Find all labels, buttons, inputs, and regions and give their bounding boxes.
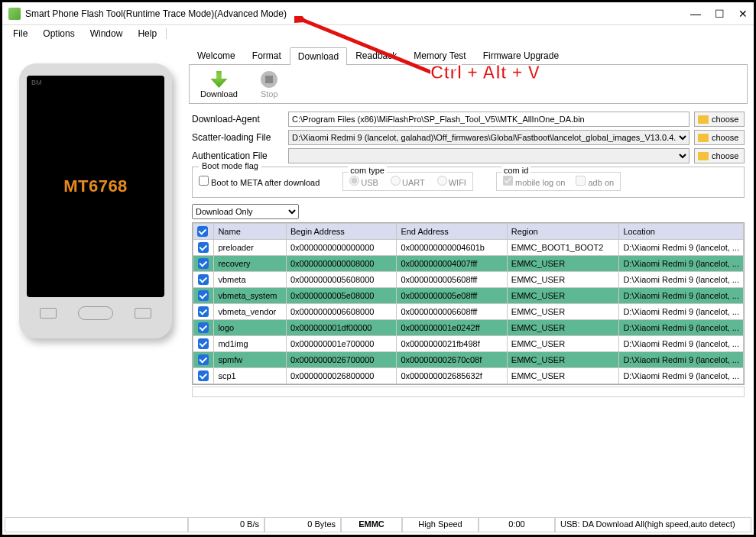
table-row[interactable]: md1img 0x000000001e700000 0x0000000021fb… [193,336,744,352]
table-row[interactable]: recovery 0x0000000000008000 0x0000000004… [193,256,744,272]
auth-label: Authentication File [192,150,284,161]
cell-begin: 0x0000000005e08000 [286,288,396,304]
row-checkbox[interactable] [198,242,209,253]
cell-begin: 0x0000000026700000 [286,352,396,368]
row-checkbox[interactable] [198,322,209,333]
phone-graphic: BM MT6768 [19,63,172,338]
auth-input[interactable] [288,148,689,163]
check-mobile-log[interactable]: mobile log on [503,176,566,187]
stop-button[interactable]: Stop [261,71,278,99]
cell-region: EMMC_USER [507,320,619,336]
row-checkbox[interactable] [198,354,209,365]
partition-table[interactable]: Name Begin Address End Address Region Lo… [192,222,745,385]
cell-location: D:\Xiaomi Redmi 9 (lancelot, ... [619,320,744,336]
table-row[interactable]: vbmeta_system 0x0000000005e08000 0x00000… [193,288,744,304]
scatter-label: Scatter-loading File [192,132,284,143]
tab-memory-test[interactable]: Memory Test [405,47,474,64]
col-end[interactable]: End Address [397,224,507,240]
da-label: Download-Agent [192,114,284,125]
row-checkbox[interactable] [198,274,209,285]
cell-location: D:\Xiaomi Redmi 9 (lancelot, ... [619,240,744,256]
cell-location: D:\Xiaomi Redmi 9 (lancelot, ... [619,288,744,304]
close-button[interactable]: ✕ [738,8,748,20]
folder-icon [698,115,709,124]
tab-welcome[interactable]: Welcome [189,47,244,64]
maximize-button[interactable]: ☐ [715,8,725,20]
scatter-input[interactable]: D:\Xiaomi Redmi 9 (lancelot, galahad)\Of… [288,130,689,145]
cell-name: vbmeta [214,272,287,288]
phone-chip-label: MT6768 [63,176,128,196]
radio-usb[interactable]: USB [349,176,378,187]
cell-begin: 0x0000000000008000 [286,256,396,272]
stop-label: Stop [261,89,278,99]
cell-region: EMMC_USER [507,352,619,368]
boot-flag-group: Boot mode flag Boot to META after downlo… [192,167,745,198]
table-row[interactable]: vbmeta_vendor 0x0000000006608000 0x00000… [193,304,744,320]
app-icon [8,8,21,20]
download-mode-select[interactable]: Download Only [192,204,299,219]
menu-window[interactable]: Window [84,27,129,40]
meta-checkbox[interactable]: Boot to META after download [199,176,320,187]
device-preview-panel: BM MT6768 [8,47,183,515]
menu-file[interactable]: File [7,27,34,40]
table-row[interactable]: spmfw 0x0000000026700000 0x000000002670c… [193,352,744,368]
status-usb: USB: DA Download All(high speed,auto det… [555,518,751,532]
cell-name: logo [214,320,287,336]
radio-uart[interactable]: UART [391,176,425,187]
folder-icon [698,134,709,142]
row-checkbox[interactable] [198,258,209,269]
col-location[interactable]: Location [619,224,744,240]
col-begin[interactable]: Begin Address [286,224,396,240]
status-storage: EMMC [341,518,402,532]
tab-firmware-upgrade[interactable]: Firmware Upgrade [475,47,567,64]
select-all-checkbox[interactable] [197,226,208,237]
table-row[interactable]: vbmeta 0x0000000005608000 0x000000000560… [193,272,744,288]
tab-strip: Welcome Format Download Readback Memory … [189,47,748,65]
cell-region: EMMC_USER [507,256,619,272]
window-title: Smart Phone Flash Tool(Runtime Trace Mod… [25,8,690,19]
com-id-group: com id mobile log on adb on [496,172,621,191]
status-time: 0:00 [479,518,555,532]
minimize-button[interactable]: — [690,8,701,20]
cell-location: D:\Xiaomi Redmi 9 (lancelot, ... [619,368,744,384]
row-checkbox[interactable] [198,306,209,317]
progress-bar [192,387,745,397]
col-region[interactable]: Region [507,224,619,240]
phone-home-button [78,306,113,320]
phone-bm-label: BM [31,79,42,86]
row-checkbox[interactable] [198,338,209,349]
cell-location: D:\Xiaomi Redmi 9 (lancelot, ... [619,272,744,288]
cell-end: 0x000000002685632f [397,368,507,384]
table-row[interactable]: scp1 0x0000000026800000 0x00000000268563… [193,368,744,384]
da-choose-button[interactable]: choose [694,112,745,127]
menu-help[interactable]: Help [131,27,163,40]
row-checkbox[interactable] [198,290,209,301]
row-checkbox[interactable] [198,370,209,381]
col-name[interactable]: Name [214,224,287,240]
cell-name: md1img [214,336,287,352]
download-button[interactable]: Download [200,71,238,99]
cell-begin: 0x0000000000000000 [286,240,396,256]
auth-choose-button[interactable]: choose [694,148,745,163]
cell-end: 0x0000000021fb498f [397,336,507,352]
cell-region: EMMC_USER [507,272,619,288]
phone-back-button [40,308,57,319]
cell-region: EMMC_USER [507,368,619,384]
menu-options[interactable]: Options [37,27,80,40]
com-type-group: com type USB UART WIFI [342,172,473,191]
cell-location: D:\Xiaomi Redmi 9 (lancelot, ... [619,304,744,320]
check-adb[interactable]: adb on [576,176,614,187]
table-row[interactable]: preloader 0x0000000000000000 0x000000000… [193,240,744,256]
cell-end: 0x000000001e0242ff [397,320,507,336]
scatter-choose-button[interactable]: choose [694,130,745,145]
boot-flag-legend: Boot mode flag [199,161,261,170]
toolbar: Download Stop [189,65,748,104]
da-input[interactable] [288,112,689,127]
tab-download[interactable]: Download [290,47,347,65]
table-row[interactable]: logo 0x000000001df00000 0x000000001e0242… [193,320,744,336]
tab-format[interactable]: Format [244,47,290,64]
tab-readback[interactable]: Readback [347,47,405,64]
radio-wifi[interactable]: WIFI [437,176,466,187]
cell-region: EMMC_USER [507,288,619,304]
cell-name: vbmeta_system [214,288,287,304]
